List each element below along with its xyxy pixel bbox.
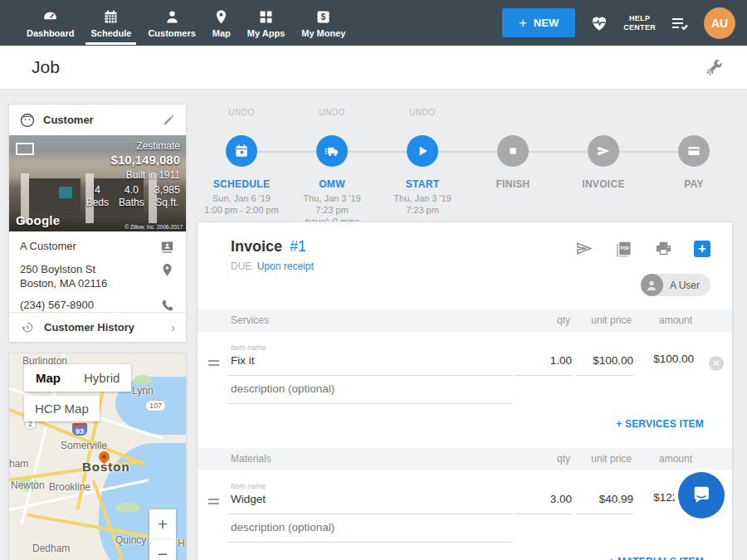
task-list-check-icon[interactable]: [670, 13, 690, 33]
field-underline: [227, 375, 513, 376]
material-item-name-field[interactable]: Widget: [231, 493, 266, 505]
nav-schedule[interactable]: Schedule: [82, 0, 139, 46]
nav-right-group: + NEW HELP CENTER AU: [502, 7, 735, 39]
customers-person-icon: [164, 8, 181, 26]
drag-handle[interactable]: [208, 360, 219, 368]
add-materials-item-link[interactable]: + MATERIALS ITEM: [608, 556, 704, 560]
chat-bubble-icon: [690, 484, 713, 507]
customer-address-line2: Boston, MA 02116: [20, 277, 107, 290]
omw-step-button[interactable]: [316, 135, 348, 167]
chat-support-button[interactable]: [678, 472, 725, 519]
new-button[interactable]: + NEW: [502, 8, 575, 37]
service-qty-field[interactable]: 1.00: [515, 354, 572, 367]
help-center-link[interactable]: HELP CENTER: [623, 14, 656, 32]
qty-column-header: qty: [557, 453, 570, 465]
assigned-user-chip[interactable]: A User: [641, 274, 710, 296]
chevron-right-icon: ›: [171, 320, 175, 334]
map-type-buttons: Map Hybrid: [24, 364, 131, 392]
map-park: [115, 503, 140, 513]
zoom-out-button[interactable]: −: [149, 539, 176, 560]
map-card[interactable]: Burlington Lynn 107 2 93 Somerville ham …: [8, 353, 187, 560]
customer-phone: (234) 567-8900: [20, 298, 94, 312]
truck-icon: [324, 143, 340, 159]
nav-map[interactable]: Map: [204, 0, 239, 46]
service-item-name-field[interactable]: Fix it: [231, 354, 255, 367]
nav-my-apps[interactable]: My Apps: [239, 0, 293, 46]
undo-spacer: [558, 108, 649, 119]
service-description-input[interactable]: [231, 382, 513, 395]
field-underline: [227, 542, 513, 543]
materials-section-title: Materials: [231, 453, 271, 465]
hcp-map-button[interactable]: HCP Map: [24, 396, 100, 421]
drag-handle[interactable]: [208, 499, 219, 507]
item-name-label: Item name: [231, 343, 266, 352]
map-label-brookline: Brookline: [49, 481, 90, 493]
edit-pencil-icon[interactable]: [162, 113, 176, 127]
amount-column-header: amount: [659, 453, 692, 465]
play-icon: [414, 143, 431, 159]
map-label-hingham: Hi: [178, 538, 187, 549]
zestimate-label: Zestimate: [86, 140, 180, 152]
zoom-in-button[interactable]: +: [149, 509, 176, 538]
my-money-dollar-icon: $: [315, 8, 332, 26]
baths-value: 4.0: [119, 184, 144, 196]
streetview-frame-icon: [16, 143, 34, 155]
field-underline: [575, 375, 633, 376]
material-qty-field[interactable]: 3.00: [515, 493, 572, 505]
field-underline: [515, 514, 572, 514]
services-section-title: Services: [231, 314, 269, 326]
map-type-map-button[interactable]: Map: [24, 364, 72, 392]
timeline-step-pay: PAY: [648, 108, 740, 190]
map-label-boston: Boston: [82, 460, 130, 474]
service-amount-value: $100.00: [613, 353, 694, 365]
plus-icon: +: [519, 15, 527, 32]
undo-schedule-link[interactable]: UNDO: [196, 108, 287, 119]
customer-history-row[interactable]: Customer History ›: [9, 312, 186, 342]
material-description-input[interactable]: [231, 521, 513, 533]
zillow-copyright: © Zillow, Inc. 2006-2017: [124, 224, 183, 230]
credit-card-icon: [686, 143, 702, 159]
invoice-step-button[interactable]: [588, 135, 619, 167]
start-step-button[interactable]: [407, 135, 438, 167]
nav-map-label: Map: [212, 28, 231, 38]
map-type-hybrid-button[interactable]: Hybrid: [72, 364, 131, 392]
customer-history-label: Customer History: [44, 321, 171, 334]
pdf-icon[interactable]: PDF: [614, 239, 633, 258]
finish-step-button[interactable]: [497, 135, 529, 167]
nav-my-money[interactable]: $ My Money: [293, 0, 354, 46]
zestimate-overlay: Zestimate $10,149,080 Built in 1911 4Bed…: [86, 140, 180, 208]
route-107-badge: 107: [145, 400, 166, 411]
nav-schedule-label: Schedule: [90, 28, 131, 38]
customer-details: A Customer 250 Boylston StBoston, MA 021…: [9, 231, 186, 314]
invoice-number-link[interactable]: #1: [290, 238, 306, 255]
active-tab-indicator: [85, 42, 136, 45]
materials-section-header: Materials qty unit price amount: [198, 448, 732, 470]
add-services-item-link[interactable]: + SERVICES ITEM: [616, 418, 704, 430]
undo-start-link[interactable]: UNDO: [377, 108, 468, 119]
schedule-calendar-icon: [102, 8, 120, 26]
map-label-dedham: Dedham: [32, 543, 70, 554]
nav-customers[interactable]: Customers: [139, 0, 203, 46]
send-invoice-icon[interactable]: [574, 239, 593, 258]
health-heart-pulse-icon[interactable]: [589, 13, 609, 33]
photo-detail: [59, 187, 72, 198]
pay-step-button[interactable]: [678, 135, 710, 167]
delete-item-icon[interactable]: ✕: [709, 356, 724, 371]
svg-text:$: $: [321, 12, 326, 22]
user-avatar[interactable]: AU: [704, 7, 735, 39]
job-tools-icon[interactable]: [704, 58, 724, 78]
property-photo[interactable]: Zestimate $10,149,080 Built in 1911 4Bed…: [9, 135, 186, 231]
due-value-link[interactable]: Upon receipt: [257, 261, 314, 272]
unit-price-column-header: unit price: [591, 453, 632, 465]
due-label: DUE: [231, 261, 251, 272]
undo-omw-link[interactable]: UNDO: [286, 108, 378, 119]
nav-dashboard[interactable]: Dashboard: [18, 0, 82, 46]
schedule-step-button[interactable]: [226, 135, 257, 167]
location-pin-icon[interactable]: [159, 262, 175, 278]
built-year: Built in 1911: [86, 169, 180, 181]
dashboard-gauge-icon: [42, 8, 59, 26]
contact-card-icon[interactable]: [159, 239, 175, 255]
print-icon[interactable]: [654, 239, 673, 258]
invoice-title: Invoice: [231, 238, 282, 255]
add-invoice-button[interactable]: +: [694, 241, 710, 257]
